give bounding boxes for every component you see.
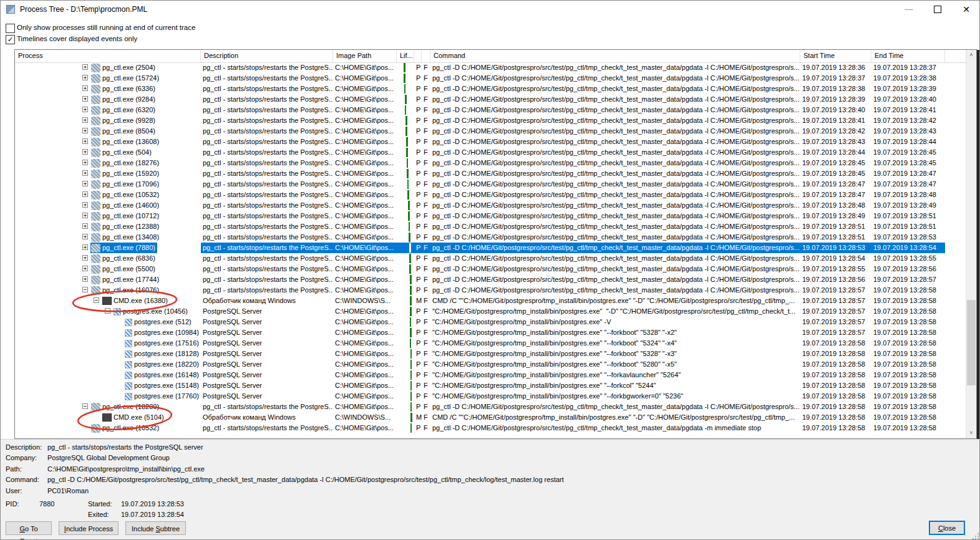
resize-grip[interactable] <box>971 532 979 539</box>
column-header[interactable]: Lif... <box>397 50 414 62</box>
checkbox-only-running[interactable] <box>6 24 15 33</box>
pg-ctl-icon <box>91 201 100 210</box>
postgres-icon <box>125 350 132 358</box>
column-header[interactable]: Command <box>430 50 800 62</box>
expand-icon[interactable]: + <box>82 107 88 112</box>
tree-row[interactable]: CMD.exe (5104)Обработчик команд WindowsC… <box>15 412 966 423</box>
process-label: postgres.exe (512) <box>134 317 192 327</box>
tree-row[interactable]: postgres.exe (512)PostgreSQL ServerC:\HO… <box>15 317 966 327</box>
tree-row[interactable]: +pg_ctl.exe (5500)pg_ctl - starts/stops/… <box>15 264 966 274</box>
tree-row[interactable]: postgres.exe (18220)PostgreSQL ServerC:\… <box>15 359 966 370</box>
maximize-button[interactable] <box>923 1 952 18</box>
process-label: pg_ctl.exe (15920) <box>102 168 159 179</box>
scrollbar-thumb[interactable] <box>967 300 976 385</box>
expand-icon[interactable]: + <box>82 85 88 91</box>
go-to-event-button[interactable]: Go To Event <box>6 521 52 535</box>
tree-row[interactable]: +pg_ctl.exe (10532)pg_ctl - starts/stops… <box>15 190 966 200</box>
expand-icon[interactable]: + <box>82 128 88 133</box>
tree-row[interactable]: +pg_ctl.exe (15920)pg_ctl - starts/stops… <box>15 168 966 179</box>
lifetime-bar <box>410 392 412 401</box>
process-label: pg_ctl.exe (13608) <box>102 137 159 147</box>
column-header[interactable]: Image Path <box>333 50 397 62</box>
include-process-button[interactable]: Include Process <box>59 521 119 535</box>
tree-row[interactable]: +pg_ctl.exe (6836)pg_ctl - starts/stops/… <box>15 253 966 264</box>
tree-row[interactable]: postgres.exe (15148)PostgreSQL ServerC:\… <box>15 380 966 391</box>
checkbox-timelines[interactable]: ✓ <box>6 35 15 44</box>
tree-row[interactable]: +pg_ctl.exe (6320)pg_ctl - starts/stops/… <box>15 105 966 115</box>
expand-icon[interactable]: + <box>82 181 88 186</box>
expand-icon[interactable]: + <box>82 64 88 70</box>
collapse-icon[interactable]: − <box>82 287 88 292</box>
process-label: pg_ctl.exe (6836) <box>102 253 155 264</box>
column-header[interactable]: End Time <box>871 50 945 62</box>
column-header[interactable]: Process <box>15 50 201 62</box>
lifetime-bar <box>410 307 412 316</box>
tree-row[interactable]: −pg_ctl.exe (18280)pg_ctl - starts/stops… <box>15 402 966 412</box>
expand-icon[interactable]: + <box>82 255 88 261</box>
column-header[interactable]: Start Time <box>800 50 871 62</box>
expand-icon[interactable]: + <box>82 276 88 282</box>
tree-row[interactable]: postgres.exe (18128)PostgreSQL ServerC:\… <box>15 349 966 359</box>
minimize-button[interactable]: — <box>895 1 923 18</box>
lifetime-bar <box>407 158 408 168</box>
tree-row[interactable]: +pg_ctl.exe (13608)pg_ctl - starts/stops… <box>15 137 966 147</box>
tree-row[interactable]: postgres.exe (17516)PostgreSQL ServerC:\… <box>15 338 966 349</box>
expand-icon[interactable]: + <box>82 75 88 80</box>
tree-row[interactable]: +pg_ctl.exe (9284)pg_ctl - starts/stops/… <box>15 94 966 105</box>
expand-icon[interactable]: + <box>82 191 88 197</box>
close-window-button[interactable]: ✕ <box>952 1 980 18</box>
tree-row[interactable]: +pg_ctl.exe (17744)pg_ctl - starts/stops… <box>15 274 966 285</box>
close-button[interactable]: Close <box>929 521 965 535</box>
tree-row[interactable]: +pg_ctl.exe (13408)pg_ctl - starts/stops… <box>15 232 966 243</box>
pg-ctl-icon <box>91 138 100 147</box>
column-header[interactable] <box>422 50 430 62</box>
column-header[interactable]: Description <box>201 50 333 62</box>
tree-row[interactable]: postgres.exe (17760)PostgreSQL ServerC:\… <box>15 391 966 402</box>
scroll-down-icon[interactable]: ˅ <box>966 428 976 438</box>
expand-icon[interactable]: + <box>82 138 88 144</box>
expand-icon[interactable]: + <box>82 234 88 239</box>
collapse-icon[interactable]: − <box>94 297 99 303</box>
tree-row[interactable]: +pg_ctl.exe (7880)pg_ctl - starts/stops/… <box>15 243 966 253</box>
collapse-icon[interactable]: − <box>82 403 88 409</box>
tree-row[interactable]: +pg_ctl.exe (18276)pg_ctl - starts/stops… <box>15 158 966 168</box>
tree-row[interactable]: +pg_ctl.exe (17096)pg_ctl - starts/stops… <box>15 179 966 190</box>
process-label: pg_ctl.exe (13408) <box>102 232 159 243</box>
tree-row[interactable]: +pg_ctl.exe (9928)pg_ctl - starts/stops/… <box>15 115 966 126</box>
tree-row[interactable]: −postgres.exe (10456)PostgreSQL ServerC:… <box>15 306 966 317</box>
vertical-scrollbar[interactable]: ˄ ˅ <box>966 50 976 438</box>
tree-row[interactable]: +pg_ctl.exe (8504)pg_ctl - starts/stops/… <box>15 126 966 137</box>
tree-row[interactable]: −pg_ctl.exe (16076)pg_ctl - starts/stops… <box>15 285 966 296</box>
collapse-icon[interactable]: − <box>105 308 110 314</box>
scroll-up-icon[interactable]: ˄ <box>966 50 976 60</box>
tree-row[interactable]: postgres.exe (16148)PostgreSQL ServerC:\… <box>15 370 966 380</box>
expand-icon[interactable]: + <box>82 117 88 123</box>
include-subtree-button[interactable]: Include Subtree <box>125 521 186 535</box>
tree-row[interactable]: +pg_ctl.exe (15724)pg_ctl - starts/stops… <box>15 73 966 84</box>
pid-label: PID: <box>6 500 19 508</box>
tree-row[interactable]: +pg_ctl.exe (14600)pg_ctl - starts/stops… <box>15 200 966 211</box>
expand-icon[interactable]: + <box>82 170 88 176</box>
expand-icon[interactable]: + <box>82 213 88 218</box>
tree-row[interactable]: +pg_ctl.exe (2504)pg_ctl - starts/stops/… <box>15 62 966 73</box>
tree-row[interactable]: +pg_ctl.exe (12388)pg_ctl - starts/stops… <box>15 221 966 232</box>
lifetime-bar <box>409 264 411 274</box>
process-label: postgres.exe (10984) <box>134 327 199 338</box>
lifetime-bar <box>410 349 412 359</box>
expand-icon[interactable]: + <box>82 266 88 271</box>
tree-row[interactable]: −CMD.exe (16380)Обработчик команд Window… <box>15 296 966 306</box>
expand-icon[interactable]: + <box>82 202 88 208</box>
tree-row[interactable]: +pg_ctl.exe (504)pg_ctl - starts/stops/r… <box>15 147 966 158</box>
expand-icon[interactable]: + <box>82 149 88 155</box>
tree-row[interactable]: postgres.exe (10984)PostgreSQL ServerC:\… <box>15 327 966 338</box>
column-header[interactable] <box>414 50 422 62</box>
tree-row[interactable]: pg_ctl.exe (10532)pg_ctl - starts/stops/… <box>15 423 966 433</box>
tree-row[interactable]: +pg_ctl.exe (6336)pg_ctl - starts/stops/… <box>15 84 966 94</box>
expand-icon[interactable]: + <box>82 160 88 165</box>
expand-icon[interactable]: + <box>82 96 88 102</box>
tree-row[interactable]: +pg_ctl.exe (10712)pg_ctl - starts/stops… <box>15 211 966 221</box>
user-label: User: <box>6 487 22 494</box>
details-panel: Description: pg_ctl - starts/stops/resta… <box>1 439 980 540</box>
expand-icon[interactable]: + <box>82 244 88 250</box>
expand-icon[interactable]: + <box>82 223 88 229</box>
